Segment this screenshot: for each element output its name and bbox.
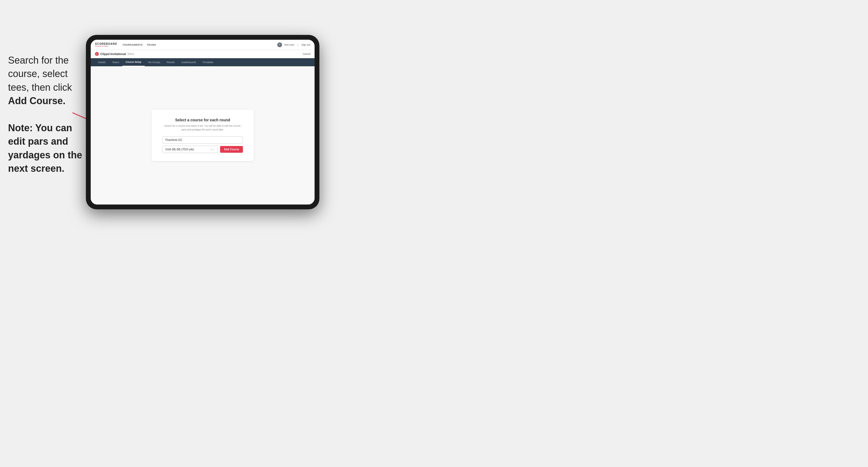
tournament-header: C Clippd Invitational (Men) Cancel	[91, 50, 315, 58]
tournament-logo: C	[95, 52, 99, 56]
tee-select-row: Gold (M) (M) (7010 yds) × ⌄ Add Course	[162, 146, 243, 153]
nav-tournaments[interactable]: TOURNAMENTS	[122, 43, 143, 46]
clear-icon[interactable]: ×	[210, 148, 212, 151]
tab-teams[interactable]: Teams	[109, 58, 123, 66]
separator: |	[298, 43, 298, 46]
tab-results[interactable]: Results	[163, 58, 178, 66]
card-title: Select a course for each round	[162, 118, 243, 122]
tab-details[interactable]: Details	[95, 58, 109, 66]
top-nav: SCOREBOARD Powered by clippd TOURNAMENTS…	[91, 40, 315, 50]
logo-area: SCOREBOARD Powered by clippd	[95, 42, 117, 47]
logo-text: SCOREBOARD	[95, 42, 117, 45]
sign-out-link[interactable]: Sign out	[302, 43, 310, 46]
tee-select-controls: × ⌄	[210, 148, 215, 151]
tab-course-setup[interactable]: Course Setup	[122, 58, 145, 66]
tab-leaderboards[interactable]: Leaderboards	[178, 58, 199, 66]
user-avatar: T	[277, 42, 282, 47]
tab-printables[interactable]: Printables	[199, 58, 217, 66]
chevron-icon[interactable]: ⌄	[213, 148, 215, 151]
tablet-screen: SCOREBOARD Powered by clippd TOURNAMENTS…	[91, 40, 315, 205]
tablet-frame: SCOREBOARD Powered by clippd TOURNAMENTS…	[86, 35, 319, 209]
tournament-badge: (Men)	[127, 53, 134, 55]
tab-tee-groups[interactable]: Tee Groups	[145, 58, 164, 66]
instruction-text: Search for thecourse, selecttees, then c…	[8, 55, 72, 106]
nav-right: T Test User | Sign out	[277, 42, 310, 47]
tee-value: Gold (M) (M) (7010 yds)	[165, 148, 194, 151]
tab-bar: Details Teams Course Setup Tee Groups Re…	[91, 58, 315, 66]
tournament-title: C Clippd Invitational (Men)	[95, 52, 134, 56]
user-name: Test User	[284, 43, 294, 46]
instructions-panel: Search for thecourse, selecttees, then c…	[8, 54, 86, 176]
note-text: Note: You canedit pars andyardages on th…	[8, 122, 82, 174]
nav-teams[interactable]: TEAMS	[147, 43, 156, 46]
tournament-name: Clippd Invitational	[100, 52, 126, 56]
nav-links: TOURNAMENTS TEAMS	[122, 43, 277, 46]
course-search-input[interactable]	[162, 136, 243, 144]
main-content: Select a course for each round Search fo…	[91, 66, 315, 205]
add-course-button[interactable]: Add Course	[220, 146, 243, 153]
logo-sub: Powered by clippd	[95, 45, 117, 47]
instruction-bold: Add Course.	[8, 95, 65, 106]
course-setup-card: Select a course for each round Search fo…	[152, 110, 254, 161]
tee-select[interactable]: Gold (M) (M) (7010 yds) × ⌄	[162, 146, 218, 153]
card-description: Search for a course and select a tee. Yo…	[162, 124, 243, 131]
cancel-button[interactable]: Cancel	[303, 53, 310, 55]
